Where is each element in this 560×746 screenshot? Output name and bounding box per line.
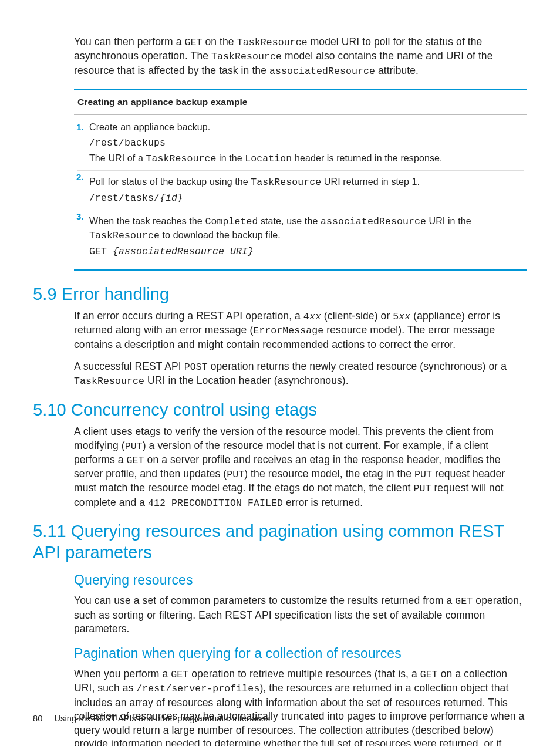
code-taskresource: TaskResource xyxy=(237,37,308,48)
text: When you perform a GET operation to retr… xyxy=(74,667,527,746)
querying-body: You can use a set of common parameters t… xyxy=(74,594,527,636)
heading-5-9: 5.9 Error handling xyxy=(33,283,527,305)
footer-text: Using the REST APIs and other programmat… xyxy=(54,714,270,723)
step-1: Create an appliance backup. /rest/backup… xyxy=(77,121,524,166)
intro-paragraph: You can then perform a GET on the TaskRe… xyxy=(74,35,527,78)
code-taskresource: TaskResource xyxy=(211,51,282,62)
heading-5-11: 5.11 Querying resources and pagination u… xyxy=(33,521,527,563)
text: A successful REST API POST operation ret… xyxy=(74,360,527,389)
code-associatedresource: associatedResource xyxy=(269,66,375,77)
text: The URI of a TaskResource in the Locatio… xyxy=(89,152,524,166)
page-footer: 80 Using the REST APIs and other program… xyxy=(33,713,270,725)
subheading-querying: Querying resources xyxy=(74,571,527,589)
example-title: Creating an appliance backup example xyxy=(74,90,527,115)
section-5-10-body: A client uses etags to verify the versio… xyxy=(74,425,527,510)
page-content: You can then perform a GET on the TaskRe… xyxy=(0,0,560,746)
example-steps: Create an appliance backup. /rest/backup… xyxy=(74,115,527,269)
step-3: When the task reaches the Completed stat… xyxy=(77,210,524,258)
heading-5-10: 5.10 Concurrency control using etags xyxy=(33,399,527,420)
page-number: 80 xyxy=(33,714,42,723)
section-5-9-body: If an error occurs during a REST API ope… xyxy=(74,309,527,389)
text: You can then perform a GET on the TaskRe… xyxy=(74,35,527,78)
code-block: /rest/backups xyxy=(89,136,524,150)
text: A client uses etags to verify the versio… xyxy=(74,425,527,510)
pagination-body: When you perform a GET operation to retr… xyxy=(74,667,527,746)
text: You can use a set of common parameters t… xyxy=(74,594,527,636)
code-block: /rest/tasks/{id} xyxy=(89,191,524,205)
code-block: GET {associatedResource URI} xyxy=(89,245,524,258)
text: If an error occurs during a REST API ope… xyxy=(74,309,527,352)
code-get: GET xyxy=(184,37,202,48)
example-box: Creating an appliance backup example Cre… xyxy=(74,89,527,271)
step-2: Poll for status of the backup using the … xyxy=(77,170,524,205)
subheading-pagination: Pagination when querying for a collectio… xyxy=(74,644,527,663)
